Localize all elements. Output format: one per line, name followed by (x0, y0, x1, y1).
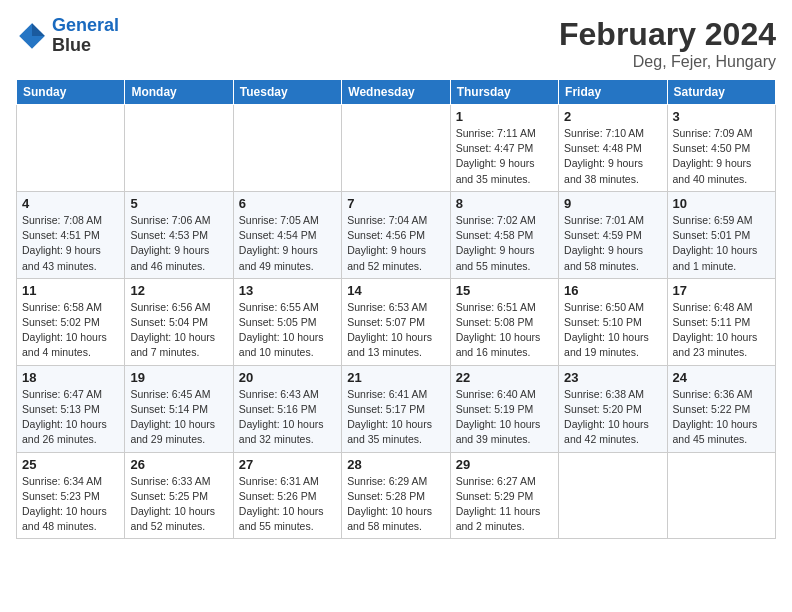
day-info: Sunrise: 7:09 AM Sunset: 4:50 PM Dayligh… (673, 126, 770, 187)
logo-icon (16, 20, 48, 52)
day-info: Sunrise: 6:45 AM Sunset: 5:14 PM Dayligh… (130, 387, 227, 448)
calendar-cell: 6Sunrise: 7:05 AM Sunset: 4:54 PM Daylig… (233, 191, 341, 278)
day-info: Sunrise: 6:58 AM Sunset: 5:02 PM Dayligh… (22, 300, 119, 361)
calendar-cell: 4Sunrise: 7:08 AM Sunset: 4:51 PM Daylig… (17, 191, 125, 278)
day-info: Sunrise: 6:38 AM Sunset: 5:20 PM Dayligh… (564, 387, 661, 448)
day-number: 9 (564, 196, 661, 211)
day-number: 18 (22, 370, 119, 385)
weekday-header-tuesday: Tuesday (233, 80, 341, 105)
logo-text: General Blue (52, 16, 119, 56)
day-info: Sunrise: 6:47 AM Sunset: 5:13 PM Dayligh… (22, 387, 119, 448)
calendar-cell (233, 105, 341, 192)
day-number: 5 (130, 196, 227, 211)
calendar-cell: 15Sunrise: 6:51 AM Sunset: 5:08 PM Dayli… (450, 278, 558, 365)
calendar-week-2: 4Sunrise: 7:08 AM Sunset: 4:51 PM Daylig… (17, 191, 776, 278)
calendar-cell: 17Sunrise: 6:48 AM Sunset: 5:11 PM Dayli… (667, 278, 775, 365)
calendar-cell: 29Sunrise: 6:27 AM Sunset: 5:29 PM Dayli… (450, 452, 558, 539)
calendar-cell: 10Sunrise: 6:59 AM Sunset: 5:01 PM Dayli… (667, 191, 775, 278)
calendar-cell: 21Sunrise: 6:41 AM Sunset: 5:17 PM Dayli… (342, 365, 450, 452)
day-info: Sunrise: 6:56 AM Sunset: 5:04 PM Dayligh… (130, 300, 227, 361)
day-info: Sunrise: 6:48 AM Sunset: 5:11 PM Dayligh… (673, 300, 770, 361)
day-info: Sunrise: 7:01 AM Sunset: 4:59 PM Dayligh… (564, 213, 661, 274)
day-info: Sunrise: 6:59 AM Sunset: 5:01 PM Dayligh… (673, 213, 770, 274)
month-title: February 2024 (559, 16, 776, 53)
day-number: 3 (673, 109, 770, 124)
calendar-week-3: 11Sunrise: 6:58 AM Sunset: 5:02 PM Dayli… (17, 278, 776, 365)
calendar-cell: 11Sunrise: 6:58 AM Sunset: 5:02 PM Dayli… (17, 278, 125, 365)
day-number: 21 (347, 370, 444, 385)
weekday-header-friday: Friday (559, 80, 667, 105)
day-number: 12 (130, 283, 227, 298)
day-info: Sunrise: 6:29 AM Sunset: 5:28 PM Dayligh… (347, 474, 444, 535)
weekday-header-sunday: Sunday (17, 80, 125, 105)
day-number: 14 (347, 283, 444, 298)
logo: General Blue (16, 16, 119, 56)
weekday-header-wednesday: Wednesday (342, 80, 450, 105)
day-number: 26 (130, 457, 227, 472)
location: Deg, Fejer, Hungary (559, 53, 776, 71)
day-info: Sunrise: 7:02 AM Sunset: 4:58 PM Dayligh… (456, 213, 553, 274)
day-number: 22 (456, 370, 553, 385)
calendar-cell (125, 105, 233, 192)
calendar-cell: 25Sunrise: 6:34 AM Sunset: 5:23 PM Dayli… (17, 452, 125, 539)
calendar-cell: 2Sunrise: 7:10 AM Sunset: 4:48 PM Daylig… (559, 105, 667, 192)
day-info: Sunrise: 7:11 AM Sunset: 4:47 PM Dayligh… (456, 126, 553, 187)
calendar-cell: 24Sunrise: 6:36 AM Sunset: 5:22 PM Dayli… (667, 365, 775, 452)
day-info: Sunrise: 7:05 AM Sunset: 4:54 PM Dayligh… (239, 213, 336, 274)
day-number: 8 (456, 196, 553, 211)
page-header: General Blue February 2024 Deg, Fejer, H… (16, 16, 776, 71)
day-number: 6 (239, 196, 336, 211)
calendar-cell: 13Sunrise: 6:55 AM Sunset: 5:05 PM Dayli… (233, 278, 341, 365)
day-info: Sunrise: 6:27 AM Sunset: 5:29 PM Dayligh… (456, 474, 553, 535)
calendar-cell: 8Sunrise: 7:02 AM Sunset: 4:58 PM Daylig… (450, 191, 558, 278)
day-number: 29 (456, 457, 553, 472)
day-info: Sunrise: 6:34 AM Sunset: 5:23 PM Dayligh… (22, 474, 119, 535)
calendar-cell: 14Sunrise: 6:53 AM Sunset: 5:07 PM Dayli… (342, 278, 450, 365)
day-number: 11 (22, 283, 119, 298)
calendar-cell (667, 452, 775, 539)
day-number: 2 (564, 109, 661, 124)
calendar-cell: 9Sunrise: 7:01 AM Sunset: 4:59 PM Daylig… (559, 191, 667, 278)
day-number: 7 (347, 196, 444, 211)
calendar-cell: 5Sunrise: 7:06 AM Sunset: 4:53 PM Daylig… (125, 191, 233, 278)
day-info: Sunrise: 7:04 AM Sunset: 4:56 PM Dayligh… (347, 213, 444, 274)
day-info: Sunrise: 7:08 AM Sunset: 4:51 PM Dayligh… (22, 213, 119, 274)
day-info: Sunrise: 7:10 AM Sunset: 4:48 PM Dayligh… (564, 126, 661, 187)
day-number: 25 (22, 457, 119, 472)
calendar-cell (559, 452, 667, 539)
weekday-header-monday: Monday (125, 80, 233, 105)
day-info: Sunrise: 6:55 AM Sunset: 5:05 PM Dayligh… (239, 300, 336, 361)
calendar-cell: 12Sunrise: 6:56 AM Sunset: 5:04 PM Dayli… (125, 278, 233, 365)
day-number: 23 (564, 370, 661, 385)
day-info: Sunrise: 6:36 AM Sunset: 5:22 PM Dayligh… (673, 387, 770, 448)
day-number: 17 (673, 283, 770, 298)
day-number: 13 (239, 283, 336, 298)
day-info: Sunrise: 6:41 AM Sunset: 5:17 PM Dayligh… (347, 387, 444, 448)
calendar-cell: 7Sunrise: 7:04 AM Sunset: 4:56 PM Daylig… (342, 191, 450, 278)
day-info: Sunrise: 6:33 AM Sunset: 5:25 PM Dayligh… (130, 474, 227, 535)
day-info: Sunrise: 7:06 AM Sunset: 4:53 PM Dayligh… (130, 213, 227, 274)
calendar-cell: 23Sunrise: 6:38 AM Sunset: 5:20 PM Dayli… (559, 365, 667, 452)
weekday-header-thursday: Thursday (450, 80, 558, 105)
calendar-cell: 28Sunrise: 6:29 AM Sunset: 5:28 PM Dayli… (342, 452, 450, 539)
calendar-cell: 20Sunrise: 6:43 AM Sunset: 5:16 PM Dayli… (233, 365, 341, 452)
calendar-cell: 18Sunrise: 6:47 AM Sunset: 5:13 PM Dayli… (17, 365, 125, 452)
day-number: 20 (239, 370, 336, 385)
day-number: 19 (130, 370, 227, 385)
day-info: Sunrise: 6:51 AM Sunset: 5:08 PM Dayligh… (456, 300, 553, 361)
day-number: 10 (673, 196, 770, 211)
day-number: 27 (239, 457, 336, 472)
day-info: Sunrise: 6:43 AM Sunset: 5:16 PM Dayligh… (239, 387, 336, 448)
calendar-cell: 1Sunrise: 7:11 AM Sunset: 4:47 PM Daylig… (450, 105, 558, 192)
calendar-cell (342, 105, 450, 192)
title-block: February 2024 Deg, Fejer, Hungary (559, 16, 776, 71)
day-number: 4 (22, 196, 119, 211)
svg-marker-1 (32, 23, 45, 36)
calendar-cell (17, 105, 125, 192)
day-info: Sunrise: 6:40 AM Sunset: 5:19 PM Dayligh… (456, 387, 553, 448)
day-info: Sunrise: 6:53 AM Sunset: 5:07 PM Dayligh… (347, 300, 444, 361)
day-info: Sunrise: 6:50 AM Sunset: 5:10 PM Dayligh… (564, 300, 661, 361)
calendar-cell: 16Sunrise: 6:50 AM Sunset: 5:10 PM Dayli… (559, 278, 667, 365)
calendar-cell: 26Sunrise: 6:33 AM Sunset: 5:25 PM Dayli… (125, 452, 233, 539)
weekday-header-saturday: Saturday (667, 80, 775, 105)
